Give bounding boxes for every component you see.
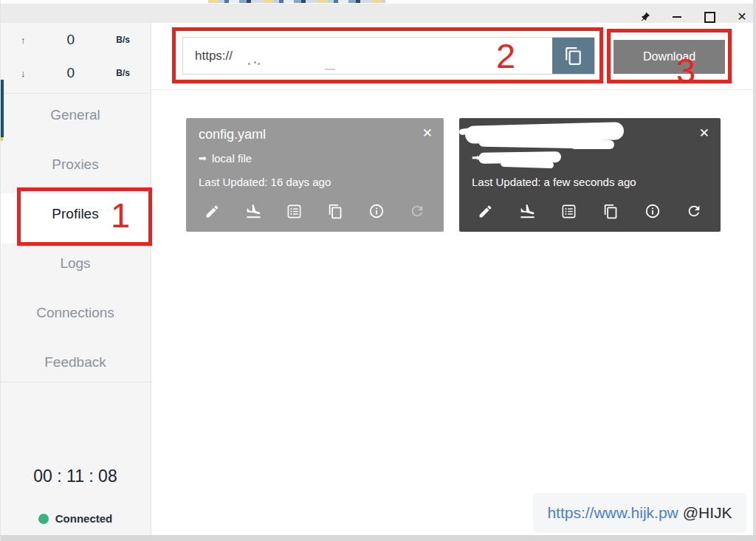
edit-button[interactable] [477,203,494,220]
list-icon [286,204,302,219]
refresh-button[interactable] [686,203,703,220]
close-button[interactable]: ✕ [735,10,749,24]
sidebar-item-proxies[interactable]: Proxies [0,150,151,179]
profile-card-remote[interactable]: ✕ ➡ Last Updated: a few seconds ago [459,118,721,232]
refresh-button[interactable] [409,203,426,220]
card-close-icon[interactable]: ✕ [699,125,709,141]
duplicate-button[interactable] [327,203,344,220]
sidebar-item-label: Feedback [44,354,106,371]
watermark: https://www.hijk.pw @HIJK [533,493,746,533]
toolbar-divider [151,89,756,90]
sidebar-divider-bottom [0,382,151,382]
profile-title: config.yaml [199,127,266,142]
sidebar-item-logs[interactable]: Logs [0,249,151,278]
rules-button[interactable] [560,203,577,220]
copy-icon [603,204,619,219]
import-button[interactable] [519,203,536,220]
annotation-box-1 [17,187,152,246]
sidebar-item-label: Logs [60,255,90,272]
info-button[interactable] [368,203,385,220]
titlebar: ✕ [0,4,756,23]
app-window: ✕ ↑ 0 B/s ↓ 0 B/s General Proxies Profil… [0,0,756,541]
download-arrow-icon: ↓ [21,68,26,79]
download-value: 0 [67,65,75,81]
pin-icon [636,9,652,24]
profile-card-local[interactable]: config.yaml ✕ ➡ local file Last Updated:… [186,118,444,232]
upload-unit: B/s [116,35,130,45]
sidebar-item-label: General [50,107,100,123]
profile-updated: Last Updated: 16 days ago [199,176,331,188]
info-button[interactable] [644,203,661,220]
window-edge-right [753,0,756,541]
status-dot-icon [38,514,49,524]
sidebar-item-general[interactable]: General [0,100,151,130]
minimize-button[interactable] [670,10,684,24]
card-close-icon[interactable]: ✕ [422,125,433,141]
refresh-icon [686,203,702,219]
sidebar-item-label: Connections [36,305,114,321]
upload-speed: ↑ 0 B/s [21,32,130,47]
upload-arrow-icon: ↑ [21,35,26,46]
sidebar-item-feedback[interactable]: Feedback [0,348,151,377]
maximize-button[interactable] [703,10,716,24]
close-icon: ✕ [737,11,746,23]
annotation-box-2 [172,27,603,83]
info-icon [368,203,385,219]
download-speed: ↓ 0 B/s [21,66,130,80]
profile-source: ➡ local file [199,152,252,165]
connection-status: Connected [0,512,151,525]
connection-timer: 00 : 11 : 08 [0,466,151,486]
annotation-box-3 [607,29,732,83]
upload-value: 0 [67,32,75,48]
profile-updated: Last Updated: a few seconds ago [472,176,636,188]
profile-source-label: local file [212,152,252,165]
pin-button[interactable] [638,10,651,24]
watermark-handle: @HIJK [683,504,732,522]
import-button[interactable] [245,203,262,220]
titlebar-remnant [208,0,385,3]
list-icon [561,204,577,219]
sidebar-item-connections[interactable]: Connections [0,298,151,328]
download-unit: B/s [116,68,130,78]
pencil-icon [205,204,220,219]
profile-actions [459,198,721,224]
copy-icon [328,204,343,219]
redaction-scribble [570,140,614,149]
maximize-icon [704,12,715,23]
window-edge-left [0,0,1,541]
plane-landing-icon [519,203,536,220]
pencil-icon [478,204,493,219]
annotation-number-2: 2 [496,38,515,73]
profile-actions [186,198,444,224]
info-icon [645,203,661,219]
watermark-link[interactable]: https://www.hijk.pw [547,504,678,522]
refresh-icon [409,203,425,219]
edit-button[interactable] [204,203,221,220]
window-controls: ✕ [638,7,749,27]
minimize-icon [673,16,681,18]
window-edge-bottom [0,535,756,541]
annotation-number-1: 1 [111,198,130,232]
plane-landing-icon [245,203,262,220]
sidebar-divider-top [0,93,151,94]
sidebar-item-label: Proxies [52,156,98,173]
rules-button[interactable] [286,203,303,220]
redaction-scribble [501,160,554,169]
sidebar: ↑ 0 B/s ↓ 0 B/s General Proxies Profiles… [0,23,151,535]
annotation-number-3: 3 [676,53,695,88]
arrow-right-icon: ➡ [199,153,207,164]
duplicate-button[interactable] [602,203,619,220]
status-label: Connected [55,512,113,525]
